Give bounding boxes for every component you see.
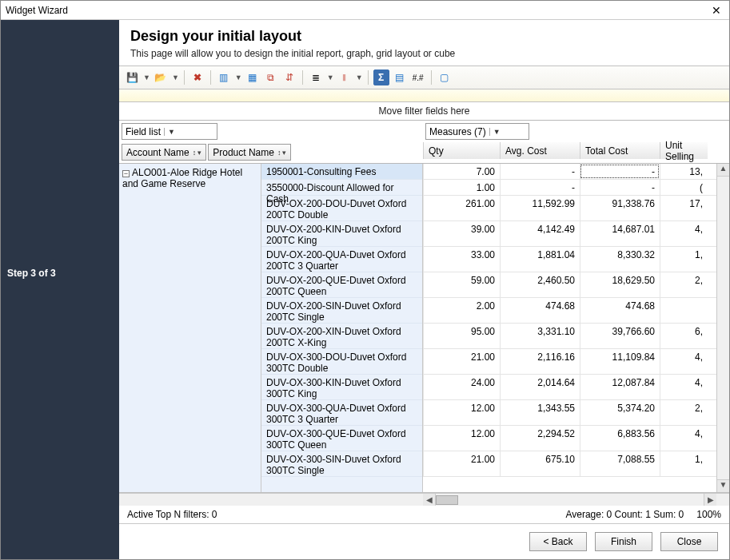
cell-sell[interactable]: 2, [660,400,708,425]
layout-a-dropdown-icon[interactable]: ▼ [234,73,242,81]
cell-tot[interactable]: 7,088.55 [580,451,660,476]
cell-tot[interactable]: 474.68 [580,298,660,323]
cell-tot[interactable]: 18,629.50 [580,272,660,297]
cell-avg[interactable]: 2,116.16 [500,349,580,374]
cell-sell[interactable]: 13, [660,164,708,179]
collapse-icon[interactable]: − [122,170,130,177]
vertical-scrollbar[interactable]: ▲ ▼ [716,164,729,492]
product-cell[interactable]: DUV-OX-300-QUA-Duvet Oxford 300TC 3 Quar… [261,400,422,426]
cell-tot[interactable]: 39,766.60 [580,324,660,348]
scroll-left-icon[interactable]: ◀ [423,494,436,506]
cell-tot[interactable]: 5,374.20 [580,400,660,425]
cell-qty[interactable]: 1.00 [423,180,500,195]
filter-drop-zone[interactable]: Move filter fields here [119,102,729,121]
list-icon[interactable]: ≣ [308,70,324,85]
save-dropdown-icon[interactable]: ▼ [142,73,150,81]
cell-qty[interactable]: 33.00 [423,247,500,272]
scroll-down-icon[interactable]: ▼ [717,479,729,492]
bars-dropdown-icon[interactable]: ▼ [355,73,363,81]
account-cell[interactable]: −ALO001-Aloe Ridge Hotel and Game Reserv… [119,164,261,492]
scroll-right-icon[interactable]: ▶ [704,494,716,506]
cell-tot[interactable]: 8,330.32 [580,247,660,272]
cell-avg[interactable]: 2,460.50 [500,272,580,297]
column-header-unit-selling[interactable]: Unit Selling [660,142,708,159]
product-cell[interactable]: 3550000-Discount Allowed for Cash [261,180,422,196]
cell-sell[interactable]: 6, [660,324,708,348]
cell-sell[interactable]: 17, [660,196,708,220]
cell-qty[interactable]: 95.00 [423,324,500,348]
cell-tot[interactable]: 12,087.84 [580,375,660,399]
cell-qty[interactable]: 24.00 [423,375,500,399]
decimal-icon[interactable]: #.# [410,70,426,85]
cell-qty[interactable]: 39.00 [423,221,500,246]
scroll-up-icon[interactable]: ▲ [717,164,729,177]
finish-button[interactable]: Finish [595,532,652,551]
product-cell[interactable]: DUV-OX-300-QUE-Duvet Oxford 300TC Queen [261,426,422,451]
cell-tot[interactable]: 6,883.56 [580,426,660,451]
product-cell[interactable]: DUV-OX-200-XIN-Duvet Oxford 200TC X-King [261,324,422,349]
cell-avg[interactable]: 1,881.04 [500,247,580,272]
save-icon[interactable]: 💾 [124,70,140,85]
cell-avg[interactable]: - [500,164,580,179]
product-cell[interactable]: DUV-OX-300-SIN-Duvet Oxford 300TC Single [261,451,422,477]
cell-avg[interactable]: 4,142.49 [500,221,580,246]
cell-tot[interactable]: 11,109.84 [580,349,660,374]
close-button[interactable]: Close [660,532,718,551]
grid-icon[interactable]: ▤ [392,70,408,85]
delete-icon[interactable]: ✖ [189,70,205,85]
cell-sell[interactable]: 1, [660,451,708,476]
cell-qty[interactable]: 21.00 [423,349,500,374]
horizontal-scrollbar[interactable]: ◀ ▶ [119,493,729,506]
cell-avg[interactable]: 2,294.52 [500,426,580,451]
cell-qty[interactable]: 7.00 [423,164,500,179]
cell-avg[interactable]: 675.10 [500,451,580,476]
cell-avg[interactable]: - [500,180,580,195]
product-cell[interactable]: DUV-OX-200-QUA-Duvet Oxford 200TC 3 Quar… [261,247,422,272]
sigma-icon[interactable]: Σ [373,70,389,85]
list-dropdown-icon[interactable]: ▼ [326,73,334,81]
cell-qty[interactable]: 261.00 [423,196,500,220]
info-icon[interactable]: ▢ [437,70,453,85]
filter-icon[interactable]: ▾ [197,149,201,157]
sort-icon[interactable]: ↕ [277,149,281,157]
cell-avg[interactable]: 1,343.55 [500,400,580,425]
column-header-total-cost[interactable]: Total Cost [580,142,660,159]
cell-sell[interactable]: 4, [660,426,708,451]
cell-qty[interactable]: 12.00 [423,426,500,451]
cell-qty[interactable]: 21.00 [423,451,500,476]
cell-qty[interactable]: 2.00 [423,298,500,323]
bars-icon[interactable]: ⦀ [337,70,353,85]
product-cell[interactable]: DUV-OX-300-DOU-Duvet Oxford 300TC Double [261,349,422,375]
cell-sell[interactable]: 1, [660,247,708,272]
filter-icon[interactable]: ▾ [282,149,286,157]
cell-sell[interactable]: ( [660,180,708,195]
split-icon[interactable]: ⇵ [281,70,297,85]
product-cell[interactable]: DUV-OX-200-DOU-Duvet Oxford 200TC Double [261,196,422,221]
link-icon[interactable]: ⧉ [263,70,279,85]
cell-avg[interactable]: 474.68 [500,298,580,323]
cell-avg[interactable]: 2,014.64 [500,375,580,399]
product-cell[interactable]: DUV-OX-300-KIN-Duvet Oxford 300TC King [261,375,422,400]
cell-avg[interactable]: 11,592.99 [500,196,580,220]
back-button[interactable]: < Back [529,532,587,551]
product-cell[interactable]: DUV-OX-200-QUE-Duvet Oxford 200TC Queen [261,272,422,298]
cell-sell[interactable]: 4, [660,221,708,246]
cell-avg[interactable]: 3,331.10 [500,324,580,348]
cell-tot[interactable]: - [580,164,660,179]
sort-icon[interactable]: ↕ [193,149,197,157]
open-icon[interactable]: 📂 [153,70,169,85]
product-cell[interactable]: DUV-OX-200-KIN-Duvet Oxford 200TC King [261,221,422,247]
close-icon[interactable]: ✕ [708,4,724,17]
row-field-product-name[interactable]: Product Name ↕▾ [208,144,291,161]
cell-qty[interactable]: 12.00 [423,400,500,425]
field-list-combo[interactable]: Field list ▼ [122,123,217,140]
cell-tot[interactable]: - [580,180,660,195]
cell-sell[interactable]: 4, [660,375,708,399]
cell-tot[interactable]: 91,338.76 [580,196,660,220]
scroll-thumb[interactable] [436,495,458,505]
layout-b-icon[interactable]: ▦ [245,70,261,85]
product-cell[interactable]: DUV-OX-200-SIN-Duvet Oxford 200TC Single [261,298,422,324]
cell-tot[interactable]: 14,687.01 [580,221,660,246]
cell-qty[interactable]: 59.00 [423,272,500,297]
open-dropdown-icon[interactable]: ▼ [171,73,179,81]
